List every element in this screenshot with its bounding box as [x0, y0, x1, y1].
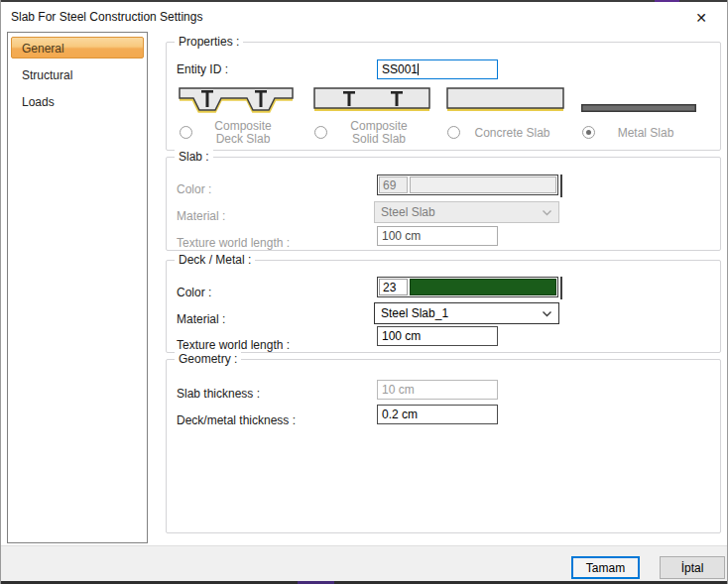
metal-slab-radio[interactable]: [582, 126, 595, 139]
slab-texture-input: 100 cm: [377, 226, 498, 246]
slab-color-swatch: [410, 176, 556, 193]
composite-solid-radio[interactable]: [314, 126, 327, 139]
metal-slab-label: Metal Slab: [595, 127, 696, 140]
deck-material-value: Steel Slab_1: [381, 303, 542, 323]
sidebar-item-structural[interactable]: Structural: [11, 64, 144, 84]
deck-color-swatch: [410, 279, 556, 295]
composite-deck-slab-icon: [179, 87, 294, 113]
sidebar-item-general[interactable]: General: [11, 37, 144, 58]
chevron-down-icon: [542, 207, 552, 218]
composite-solid-slab-icon: [313, 87, 430, 112]
close-icon[interactable]: ✕: [691, 8, 711, 28]
slab-color-label: Color :: [177, 182, 211, 196]
deck-thickness-label: Deck/metal thickness :: [177, 413, 296, 427]
slab-thickness-label: Slab thickness :: [177, 387, 260, 401]
slab-type-concrete[interactable]: Concrete Slab: [446, 87, 564, 112]
deck-metal-group: Deck / Metal : Color : 23 Material : Ste…: [166, 260, 721, 353]
deck-texture-input[interactable]: 100 cm: [377, 326, 498, 346]
slab-color-picker: 69: [377, 175, 558, 195]
category-sidebar: General Structural Loads: [7, 32, 148, 543]
deck-metal-legend: Deck / Metal :: [175, 253, 255, 267]
properties-group: Properties : Entity ID : SS001 Composite…: [166, 42, 721, 151]
slab-material-select: Steel Slab: [374, 201, 559, 223]
slab-texture-label: Texture world length :: [177, 236, 290, 250]
deck-thickness-input[interactable]: 0.2 cm: [377, 405, 498, 424]
deck-color-picker[interactable]: 23: [377, 277, 558, 297]
composite-deck-label: Composite Deck Slab: [192, 120, 294, 146]
properties-legend: Properties :: [175, 35, 243, 49]
slab-type-metal[interactable]: Metal Slab: [581, 87, 696, 112]
entity-id-input[interactable]: SS001: [377, 59, 498, 79]
dialog-title: Slab For Steel Construction Settings: [11, 10, 202, 24]
slab-material-value: Steel Slab: [381, 202, 542, 222]
slab-color-number: 69: [379, 176, 408, 193]
composite-solid-label: Composite Solid Slab: [327, 120, 430, 146]
concrete-slab-radio[interactable]: [447, 126, 460, 139]
geometry-legend: Geometry :: [175, 352, 241, 366]
deck-color-label: Color :: [177, 286, 211, 299]
metal-slab-icon: [581, 104, 696, 112]
slab-settings-dialog: Slab For Steel Construction Settings ✕ G…: [0, 0, 728, 584]
footer-bar: Tamam İptal: [1, 546, 727, 581]
deck-texture-label: Texture world length :: [177, 338, 290, 352]
deck-material-select[interactable]: Steel Slab_1: [374, 302, 559, 324]
deck-material-label: Material :: [177, 312, 225, 326]
window-top-edge-accent: [655, 0, 679, 2]
slab-type-composite-deck[interactable]: Composite Deck Slab: [179, 87, 294, 113]
slab-material-label: Material :: [177, 209, 225, 223]
slab-thickness-input: 10 cm: [377, 380, 498, 400]
cancel-button[interactable]: İptal: [660, 556, 725, 579]
window-top-edge: [1, 0, 727, 2]
slab-legend: Slab :: [175, 150, 213, 164]
slab-group: Slab : Color : 69 Material : Steel Slab …: [166, 157, 721, 251]
concrete-slab-label: Concrete Slab: [460, 127, 564, 140]
chevron-down-icon: [542, 308, 552, 319]
geometry-group: Geometry : Slab thickness : 10 cm Deck/m…: [166, 359, 721, 533]
title-bar: Slab For Steel Construction Settings ✕: [1, 2, 727, 32]
sidebar-item-loads[interactable]: Loads: [11, 91, 144, 111]
ok-button[interactable]: Tamam: [571, 556, 640, 579]
concrete-slab-icon: [446, 87, 564, 112]
slab-type-composite-solid[interactable]: Composite Solid Slab: [313, 87, 430, 112]
composite-deck-radio[interactable]: [180, 126, 192, 139]
deck-color-number: 23: [379, 279, 408, 295]
entity-id-label: Entity ID :: [177, 62, 228, 76]
